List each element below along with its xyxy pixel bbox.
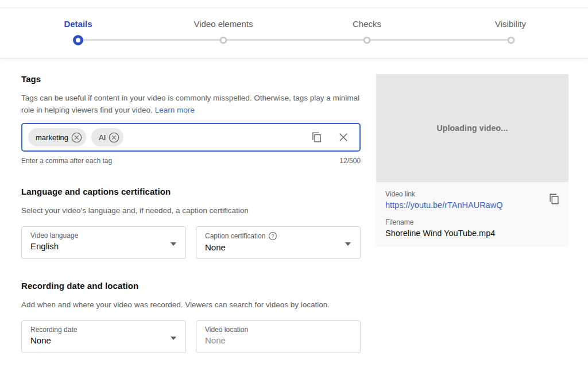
copy-icon [311,131,323,144]
tags-helper-text: Enter a comma after each tag [21,157,112,165]
step-dot-details[interactable] [73,35,83,45]
language-heading: Language and captions certification [21,187,361,196]
remove-tag-icon[interactable] [71,132,82,143]
step-visibility[interactable]: Visibility [495,19,526,29]
video-link-url[interactable]: https://youtu.be/rTAnHAURawQ [385,200,559,210]
step-checks[interactable]: Checks [353,19,381,29]
video-location-field[interactable]: Video location None [196,320,361,353]
video-location-value: None [205,335,352,345]
filename-group: Filename Shoreline Wind YouTube.mp4 [385,218,559,238]
video-link-label: Video link [385,190,559,198]
video-location-label: Video location [205,326,352,334]
recording-date-label: Recording date [30,326,177,334]
svg-text:?: ? [272,233,274,239]
filename-value: Shoreline Wind YouTube.mp4 [385,229,559,238]
step-video-elements[interactable]: Video elements [194,19,253,29]
tags-helper-row: Enter a comma after each tag 12/500 [21,157,361,165]
step-dot-checks[interactable] [363,36,371,44]
copy-icon [548,192,560,206]
remove-tag-icon[interactable] [109,132,119,143]
tag-chip-label: marketing [36,133,68,142]
video-language-select[interactable]: Video language English [21,226,186,259]
tags-box-actions [311,131,349,144]
video-language-label: Video language [30,231,177,239]
learn-more-link[interactable]: Learn more [155,106,195,114]
tag-chip: AI [91,128,123,146]
recording-date-select[interactable]: Recording date None [21,320,186,353]
copy-tags-button[interactable] [311,131,323,144]
tags-description: Tags can be useful if content in your vi… [21,92,361,116]
video-link-group: Video link https://youtu.be/rTAnHAURawQ [385,190,559,210]
close-icon [338,132,349,143]
caption-certification-select[interactable]: Caption certification ? None [196,226,361,259]
chevron-down-icon [171,337,176,340]
details-form: Tags Tags can be useful if content in yo… [21,74,361,353]
step-details[interactable]: Details [64,19,92,29]
caption-certification-label: Caption certification [205,232,265,240]
step-dot-video-elements[interactable] [220,36,227,44]
tags-input[interactable]: marketing AI [21,123,361,152]
upload-stepper: Details Video elements Checks Visibility [0,8,588,59]
recording-date-value: None [30,335,177,345]
chevron-down-icon [171,242,176,246]
upload-status-panel: Uploading video... Video link https://yo… [376,74,568,353]
stepper-track [78,39,511,41]
step-dot-visibility[interactable] [508,36,515,44]
recording-description: Add when and where your video was record… [21,299,361,311]
video-preview: Uploading video... [376,74,568,182]
help-icon[interactable]: ? [268,231,277,241]
recording-heading: Recording date and location [21,281,361,291]
video-info-panel: Video link https://youtu.be/rTAnHAURawQ … [376,182,568,247]
caption-certification-value: None [205,242,352,252]
language-description: Select your video's language and, if nee… [21,204,361,217]
video-language-value: English [30,241,177,251]
char-counter: 12/500 [339,157,361,165]
tag-chip-label: AI [99,133,106,142]
upload-status-text: Uploading video... [436,123,508,133]
filename-label: Filename [385,218,559,226]
tag-chip: marketing [28,128,86,146]
chevron-down-icon [345,242,351,246]
copy-link-button[interactable] [548,192,560,206]
details-step-content: Tags Tags can be useful if content in yo… [21,74,568,353]
tag-chip-list: marketing AI [28,128,311,146]
clear-tags-button[interactable] [338,132,349,143]
tags-heading: Tags [21,74,361,84]
